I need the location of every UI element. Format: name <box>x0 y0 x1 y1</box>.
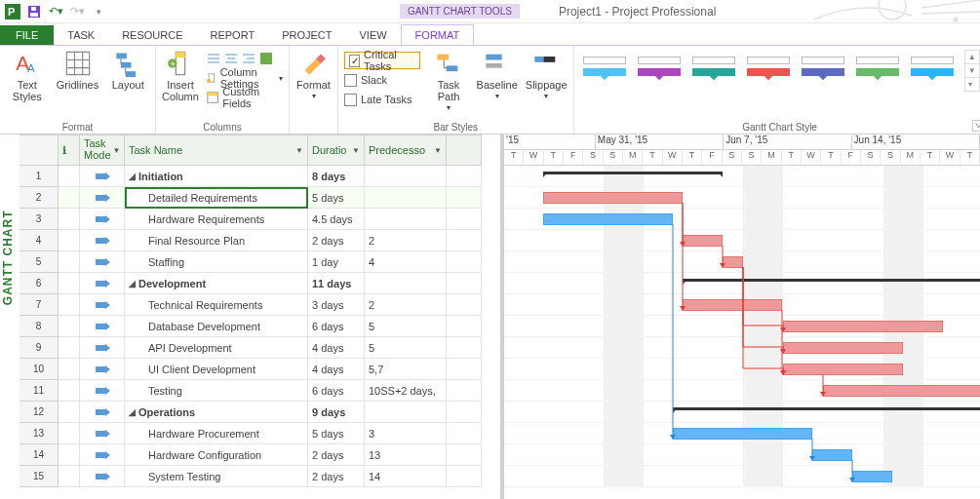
tab-report[interactable]: REPORT <box>197 25 269 45</box>
format-button[interactable]: Format▾ <box>295 50 332 101</box>
task-bar[interactable] <box>673 428 812 440</box>
row-header[interactable]: 9 <box>20 337 59 359</box>
column-header-duration[interactable]: Duratio▼ <box>308 134 365 166</box>
summary-bar[interactable] <box>543 172 723 174</box>
table-row[interactable]: Detailed Requirements5 days <box>59 187 500 209</box>
critical-tasks-checkbox[interactable]: Critical Tasks <box>344 52 420 69</box>
gantt-chart[interactable]: '15May 31, '15Jun 7, '15Jun 14, '15 TWTF… <box>504 134 980 499</box>
style-swatch[interactable] <box>799 50 847 85</box>
row-header[interactable]: 13 <box>20 423 59 444</box>
row-header[interactable]: 3 <box>20 209 59 230</box>
summary-bar[interactable] <box>683 279 980 282</box>
column-header-name[interactable]: Task Name▼ <box>125 134 308 166</box>
row-header[interactable]: 4 <box>20 230 59 251</box>
table-row[interactable]: ◢Operations9 days <box>59 402 500 423</box>
timescale-day: F <box>564 150 583 166</box>
table-row[interactable]: ◢Initiation8 days <box>59 166 500 187</box>
table-row[interactable]: Staffing1 day4 <box>59 251 500 273</box>
table-row[interactable]: Technical Requirements3 days2 <box>59 294 500 316</box>
tab-resource[interactable]: RESOURCE <box>108 25 196 45</box>
task-bar[interactable] <box>852 471 892 482</box>
column-header-info[interactable]: ℹ <box>59 134 80 166</box>
column-settings-button[interactable]: Column Settings▾ <box>207 69 283 87</box>
custom-fields-button[interactable]: Custom Fields <box>207 89 283 106</box>
table-row[interactable]: System Testing2 days14 <box>59 466 500 487</box>
critical-task-bar[interactable] <box>683 299 782 311</box>
baseline-button[interactable]: Baseline▾ <box>477 50 518 101</box>
qat-customize-icon[interactable]: ▾ <box>90 3 107 20</box>
row-header[interactable]: 5 <box>20 251 59 273</box>
svg-rect-42 <box>96 474 105 480</box>
task-bar[interactable] <box>812 449 852 461</box>
table-row[interactable]: Hardware Configuration2 days13 <box>59 444 500 466</box>
table-row[interactable]: ◢Development11 days <box>59 273 500 294</box>
tab-format[interactable]: FORMAT <box>401 24 475 45</box>
row-header[interactable]: 14 <box>20 444 59 466</box>
table-row[interactable]: Final Resource Plan2 days2 <box>59 230 500 251</box>
tab-project[interactable]: PROJECT <box>268 25 345 45</box>
critical-task-bar[interactable] <box>723 256 743 268</box>
gantt-row <box>504 337 980 359</box>
style-swatch[interactable] <box>689 50 738 85</box>
row-header[interactable]: 7 <box>20 294 59 316</box>
summary-bar[interactable] <box>673 407 980 410</box>
row-header[interactable]: 15 <box>20 466 59 487</box>
critical-task-bar[interactable] <box>543 192 683 204</box>
task-path-button[interactable]: Task Path▾ <box>428 50 468 113</box>
save-icon[interactable] <box>25 3 43 20</box>
gallery-expand-icon[interactable]: ▾ <box>965 78 979 91</box>
svg-rect-9 <box>117 54 127 59</box>
row-header[interactable]: 2 <box>20 187 59 209</box>
style-swatch[interactable] <box>580 50 629 85</box>
table-row[interactable]: Database Development6 days5 <box>59 316 500 337</box>
row-header[interactable]: 11 <box>20 380 59 402</box>
table-row[interactable]: UI Client Development4 days5,7 <box>59 359 500 380</box>
slack-checkbox[interactable]: Slack <box>344 71 420 89</box>
tab-view[interactable]: VIEW <box>345 25 400 45</box>
style-swatch[interactable] <box>908 50 957 85</box>
row-header[interactable]: 10 <box>20 359 59 380</box>
task-bar[interactable] <box>543 213 673 225</box>
late-tasks-checkbox[interactable]: Late Tasks <box>344 91 420 108</box>
gallery-scroll-down-icon[interactable]: ▼ <box>965 64 979 78</box>
ribbon: AAText Styles Gridlines Layout Format +I… <box>0 45 980 134</box>
table-row[interactable]: Hardware Requirements4.5 days <box>59 209 500 230</box>
row-header[interactable]: 1 <box>20 166 59 187</box>
layout-button[interactable]: Layout <box>106 50 149 91</box>
row-header[interactable]: 6 <box>20 273 59 294</box>
timescale-day: S <box>861 150 881 166</box>
style-swatch[interactable] <box>853 50 902 85</box>
gantt-row <box>504 444 980 466</box>
redo-icon[interactable]: ↷▾ <box>68 3 86 20</box>
insert-column-button[interactable]: +Insert Column <box>162 50 199 102</box>
table-row[interactable]: API Development4 days5 <box>59 337 500 359</box>
critical-task-bar[interactable] <box>783 364 903 375</box>
style-swatch[interactable] <box>744 50 793 85</box>
svg-rect-24 <box>486 55 501 60</box>
timescale-day: T <box>821 150 841 166</box>
undo-icon[interactable]: ↶▾ <box>47 3 64 20</box>
tab-task[interactable]: TASK <box>54 25 108 45</box>
gallery-scroll-up-icon[interactable]: ▲ <box>965 51 979 64</box>
column-header-add[interactable] <box>447 134 482 166</box>
column-header-predecessors[interactable]: Predecesso▼ <box>365 134 447 166</box>
tab-file[interactable]: FILE <box>0 25 54 45</box>
critical-task-bar[interactable] <box>783 342 903 354</box>
align-row[interactable] <box>207 50 283 67</box>
gridlines-button[interactable]: Gridlines <box>57 50 99 91</box>
text-styles-button[interactable]: AAText Styles <box>6 50 49 102</box>
row-header[interactable]: 12 <box>20 402 59 423</box>
dialog-launcher-icon[interactable]: ↘ <box>972 120 980 132</box>
table-row[interactable]: Testing6 days10SS+2 days, <box>59 380 500 402</box>
row-header[interactable]: 8 <box>20 316 59 337</box>
timescale-day: M <box>762 150 781 166</box>
app-icon: P <box>4 3 21 20</box>
slippage-button[interactable]: Slippage▾ <box>526 50 568 101</box>
style-swatch[interactable] <box>635 50 684 85</box>
critical-task-bar[interactable] <box>683 235 723 247</box>
column-header-mode[interactable]: Task Mode▼ <box>80 134 125 166</box>
critical-task-bar[interactable] <box>783 321 943 332</box>
table-row[interactable]: Hardware Procurement5 days3 <box>59 423 500 444</box>
critical-task-bar[interactable] <box>823 385 980 397</box>
gantt-style-gallery[interactable] <box>580 50 957 85</box>
